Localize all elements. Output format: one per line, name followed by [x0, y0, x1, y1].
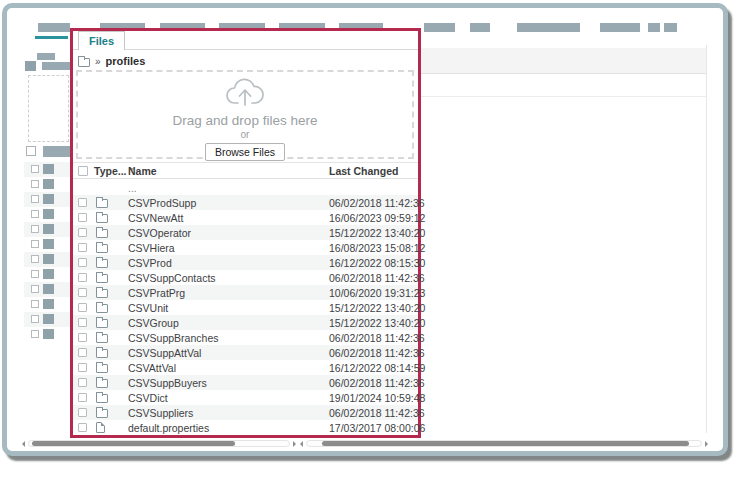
- row-name[interactable]: CSVNewAtt: [128, 212, 183, 224]
- row-name[interactable]: CSVPratPrg: [128, 287, 185, 299]
- row-checkbox[interactable]: [78, 318, 87, 327]
- scroll-right-arrow-icon[interactable]: [705, 441, 708, 447]
- row-checkbox[interactable]: [78, 213, 87, 222]
- table-row[interactable]: CSVProdSupp 06/02/2018 11:42:36: [73, 195, 418, 210]
- table-row[interactable]: CSVDict 19/01/2024 10:59:48: [73, 390, 418, 405]
- sidebar-row-checkbox[interactable]: [31, 315, 39, 323]
- row-checkbox[interactable]: [78, 288, 87, 297]
- header-last-changed[interactable]: Last Changed: [329, 165, 398, 177]
- sidebar-row-checkbox[interactable]: [31, 225, 39, 233]
- sidebar-row-checkbox[interactable]: [31, 180, 39, 188]
- folder-icon: [96, 334, 108, 343]
- select-all-checkbox[interactable]: [78, 166, 88, 176]
- row-name[interactable]: CSVAttVal: [128, 362, 176, 374]
- scrollbar-thumb[interactable]: [32, 441, 235, 446]
- row-name[interactable]: default.properties: [128, 422, 209, 434]
- table-row[interactable]: CSVHiera 16/08/2023 15:08:12: [73, 240, 418, 255]
- row-name[interactable]: CSVSuppBranches: [128, 332, 218, 344]
- row-name[interactable]: CSVDict: [128, 392, 168, 404]
- row-name[interactable]: CSVOperator: [128, 227, 191, 239]
- row-checkbox[interactable]: [78, 243, 87, 252]
- dropzone-or-label: or: [78, 129, 412, 140]
- sidebar-row-checkbox[interactable]: [31, 300, 39, 308]
- sidebar-row-placeholder-block: [43, 269, 54, 279]
- folder-icon: [96, 319, 108, 328]
- table-row[interactable]: CSVNewAtt 16/06/2023 09:59:12: [73, 210, 418, 225]
- folder-icon: [96, 409, 108, 418]
- dropzone[interactable]: Drag and drop files here or Browse Files: [76, 70, 414, 159]
- sidebar-row-checkbox[interactable]: [31, 270, 39, 278]
- sidebar-placeholder-rows: [24, 162, 70, 342]
- sidebar-row-checkbox[interactable]: [31, 285, 39, 293]
- table-row[interactable]: CSVProd 16/12/2022 08:15:30: [73, 255, 418, 270]
- sidebar-row-checkbox[interactable]: [31, 330, 39, 338]
- cloud-upload-icon: [223, 77, 267, 108]
- row-checkbox[interactable]: [78, 228, 87, 237]
- table-row[interactable]: CSVPratPrg 10/06/2020 19:31:23: [73, 285, 418, 300]
- row-name[interactable]: CSVProd: [128, 257, 172, 269]
- table-row[interactable]: default.properties 17/03/2017 08:00:06: [73, 420, 418, 435]
- folder-icon: [96, 229, 108, 238]
- breadcrumb-path[interactable]: profiles: [106, 55, 146, 67]
- browse-files-button[interactable]: Browse Files: [205, 143, 285, 161]
- table-row[interactable]: ...: [73, 180, 418, 195]
- sidebar-row-checkbox[interactable]: [31, 240, 39, 248]
- table-row[interactable]: CSVSuppContacts 06/02/2018 11:42:36: [73, 270, 418, 285]
- folder-icon: [96, 379, 108, 388]
- row-checkbox[interactable]: [78, 393, 87, 402]
- row-date: 06/02/2018 11:42:36: [329, 377, 425, 389]
- row-name[interactable]: CSVSuppliers: [128, 407, 193, 419]
- row-checkbox[interactable]: [78, 423, 87, 432]
- row-checkbox[interactable]: [78, 198, 87, 207]
- scrollbar-thumb[interactable]: [322, 441, 689, 446]
- table-row[interactable]: CSVGroup 15/12/2022 13:40:20: [73, 315, 418, 330]
- folder-icon: [96, 394, 108, 403]
- row-checkbox[interactable]: [78, 408, 87, 417]
- row-checkbox[interactable]: [78, 378, 87, 387]
- row-checkbox[interactable]: [78, 363, 87, 372]
- table-row[interactable]: CSVSuppliers 06/02/2018 11:42:36: [73, 405, 418, 420]
- row-date: 16/08/2023 15:08:12: [329, 242, 425, 254]
- row-name[interactable]: CSVSuppContacts: [128, 272, 216, 284]
- screenshot-root: Files » profiles Drag and drop files her…: [0, 0, 742, 479]
- table-row[interactable]: CSVAttVal 16/12/2022 08:14:59: [73, 360, 418, 375]
- row-checkbox[interactable]: [78, 273, 87, 282]
- row-checkbox[interactable]: [78, 303, 87, 312]
- row-checkbox[interactable]: [78, 258, 87, 267]
- scroll-right-arrow-icon[interactable]: [293, 441, 296, 447]
- row-name[interactable]: CSVSuppAttVal: [128, 347, 201, 359]
- row-date: 15/12/2022 13:40:20: [329, 302, 425, 314]
- sidebar-row-checkbox[interactable]: [31, 195, 39, 203]
- row-name[interactable]: CSVUnit: [128, 302, 168, 314]
- sidebar-placeholder-bar: [42, 62, 70, 70]
- scroll-left-arrow-icon[interactable]: [22, 441, 25, 447]
- sidebar-row-checkbox[interactable]: [31, 210, 39, 218]
- horizontal-scrollbar-right[interactable]: [300, 439, 708, 448]
- table-row[interactable]: CSVOperator 15/12/2022 13:40:20: [73, 225, 418, 240]
- row-name[interactable]: CSVGroup: [128, 317, 179, 329]
- sidebar-row-checkbox[interactable]: [31, 255, 39, 263]
- row-name[interactable]: CSVHiera: [128, 242, 175, 254]
- folder-icon: [96, 289, 108, 298]
- sidebar-select-all-checkbox[interactable]: [26, 146, 36, 156]
- table-row[interactable]: CSVSuppAttVal 06/02/2018 11:42:36: [73, 345, 418, 360]
- row-name[interactable]: CSVSuppBuyers: [128, 377, 207, 389]
- menu-item-placeholder: [470, 23, 490, 32]
- row-checkbox[interactable]: [78, 348, 87, 357]
- row-name[interactable]: CSVProdSupp: [128, 197, 196, 209]
- background-table-divider: [421, 96, 706, 97]
- table-row[interactable]: CSVSuppBranches 06/02/2018 11:42:36: [73, 330, 418, 345]
- row-checkbox[interactable]: [78, 333, 87, 342]
- sidebar-row-placeholder: [24, 252, 70, 267]
- sidebar-row-placeholder-block: [43, 224, 54, 234]
- header-name[interactable]: Name: [128, 165, 157, 177]
- table-row[interactable]: CSVUnit 15/12/2022 13:40:20: [73, 300, 418, 315]
- table-row[interactable]: CSVSuppBuyers 06/02/2018 11:42:36: [73, 375, 418, 390]
- row-name[interactable]: ...: [128, 182, 137, 194]
- tab-files[interactable]: Files: [78, 31, 125, 50]
- scroll-left-arrow-icon[interactable]: [300, 441, 303, 447]
- horizontal-scrollbar-left[interactable]: [22, 439, 296, 448]
- sidebar-row-placeholder: [24, 222, 70, 237]
- sidebar-row-checkbox[interactable]: [31, 165, 39, 173]
- sidebar-folder-placeholder-icon: [25, 61, 36, 71]
